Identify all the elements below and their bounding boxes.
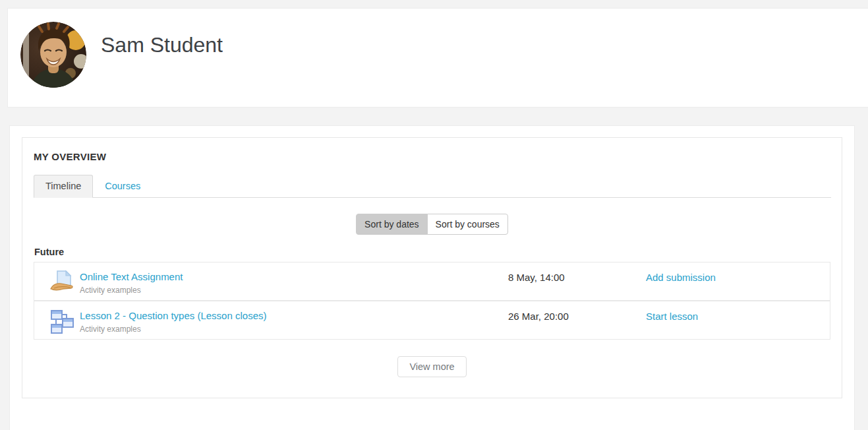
avatar (20, 22, 86, 88)
event-course-name: Activity examples (80, 324, 266, 334)
block-title: MY OVERVIEW (34, 151, 842, 162)
event-action-link[interactable]: Add submission (646, 272, 716, 283)
lesson-icon (49, 308, 75, 334)
sort-by-courses-button[interactable]: Sort by courses (427, 214, 508, 235)
event-title-link[interactable]: Lesson 2 - Question types (Lesson closes… (80, 310, 266, 321)
assignment-icon (49, 269, 75, 295)
timeline-event-row: Lesson 2 - Question types (Lesson closes… (34, 301, 830, 340)
event-due-date: 26 Mar, 20:00 (508, 309, 646, 322)
page-title-user-name: Sam Student (101, 34, 223, 57)
overview-tab-bar: Timeline Courses (34, 175, 831, 198)
timeline-event-row: Online Text Assignment Activity examples… (34, 262, 830, 301)
avatar-photo (20, 22, 86, 88)
dashboard-region: MY OVERVIEW Timeline Courses Sort by dat… (9, 125, 855, 430)
profile-header-card: Sam Student (7, 8, 868, 108)
timeline-tab-content: Sort by dates Sort by courses Future Onl… (22, 214, 842, 377)
event-course-name: Activity examples (80, 286, 183, 295)
timeline-section-heading: Future (34, 247, 830, 257)
my-overview-block: MY OVERVIEW Timeline Courses Sort by dat… (22, 137, 842, 398)
tab-courses[interactable]: Courses (93, 175, 152, 198)
event-action-link[interactable]: Start lesson (646, 311, 698, 322)
sort-by-dates-button[interactable]: Sort by dates (356, 214, 428, 235)
sort-button-group: Sort by dates Sort by courses (34, 214, 830, 235)
tab-timeline[interactable]: Timeline (34, 175, 93, 198)
view-more-button[interactable]: View more (397, 356, 466, 377)
event-title-link[interactable]: Online Text Assignment (80, 271, 183, 282)
event-due-date: 8 May, 14:00 (508, 270, 646, 283)
